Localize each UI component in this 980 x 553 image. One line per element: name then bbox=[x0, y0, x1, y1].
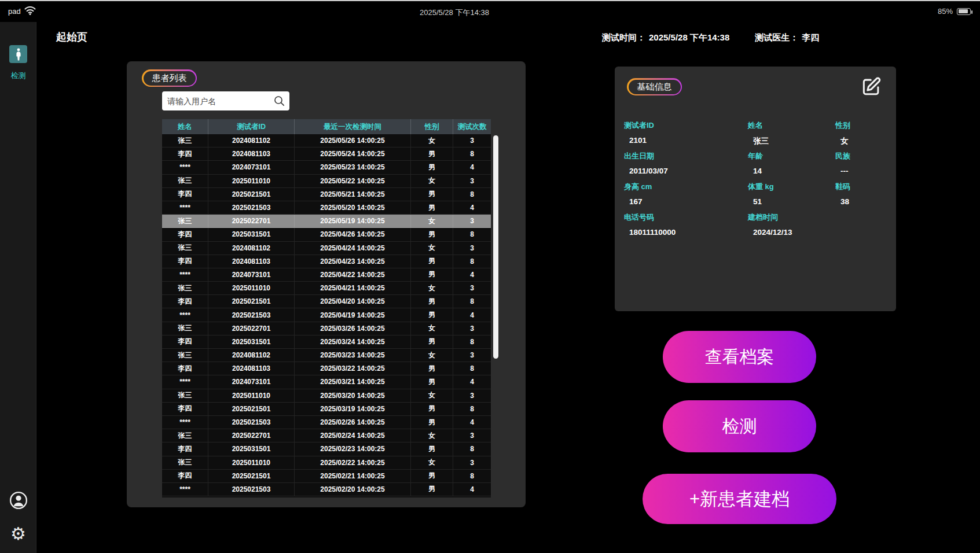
cell-test-count: 3 bbox=[453, 242, 491, 255]
table-row[interactable]: **** 2025021503 2025/05/20 14:00:25 男 4 bbox=[162, 201, 491, 215]
info-field-value: 51 bbox=[753, 197, 835, 206]
table-row[interactable]: 李四 2025031501 2025/02/23 14:00:25 男 8 bbox=[162, 443, 491, 456]
cell-test-count: 8 bbox=[453, 443, 491, 455]
cell-test-count: 8 bbox=[453, 295, 491, 308]
table-row[interactable]: 李四 2024081103 2025/05/24 14:00:25 男 8 bbox=[162, 148, 491, 161]
cell-name: 张三 bbox=[162, 242, 208, 255]
cell-last-test-time: 2025/05/24 14:00:25 bbox=[295, 148, 411, 160]
cell-gender: 男 bbox=[411, 308, 453, 321]
info-field-label: 年龄 bbox=[748, 151, 835, 161]
cell-test-count: 4 bbox=[453, 201, 491, 214]
new-patient-button[interactable]: +新患者建档 bbox=[643, 474, 836, 524]
wifi-icon bbox=[24, 6, 36, 17]
cell-name: **** bbox=[162, 375, 208, 388]
cell-last-test-time: 2025/03/23 14:00:25 bbox=[295, 349, 411, 362]
cell-tester-id: 2025021503 bbox=[208, 416, 295, 429]
info-field-label: 民族 bbox=[835, 151, 890, 161]
cell-tester-id: 2025021501 bbox=[208, 295, 295, 308]
table-row[interactable]: **** 2025021503 2025/04/19 14:00:25 男 4 bbox=[162, 308, 491, 322]
table-row[interactable]: 张三 2025022701 2025/03/26 14:00:25 女 3 bbox=[162, 322, 491, 336]
cell-tester-id: 2025022701 bbox=[208, 215, 295, 227]
cell-name: 李四 bbox=[162, 295, 208, 308]
table-row[interactable]: **** 2024073101 2025/03/21 14:00:25 男 4 bbox=[162, 375, 491, 389]
table-row[interactable]: 张三 2024081102 2025/03/23 14:00:25 女 3 bbox=[162, 349, 491, 362]
info-field-label: 身高 cm bbox=[624, 182, 748, 192]
page-title: 起始页 bbox=[56, 30, 87, 44]
cell-name: 李四 bbox=[162, 362, 208, 375]
status-clock: 2025/5/28 下午14:38 bbox=[382, 8, 527, 18]
settings-gear-icon[interactable]: ⚙ bbox=[10, 525, 26, 543]
user-avatar-icon[interactable] bbox=[9, 491, 28, 512]
cell-gender: 男 bbox=[411, 336, 453, 348]
search-icon[interactable] bbox=[273, 95, 285, 109]
patient-list-title-pill: 患者列表 bbox=[142, 69, 197, 87]
table-row[interactable]: **** 2024073101 2025/04/22 14:00:25 男 4 bbox=[162, 268, 491, 282]
search-input[interactable] bbox=[162, 91, 272, 110]
cell-last-test-time: 2025/03/19 14:00:25 bbox=[295, 403, 411, 415]
cell-last-test-time: 2025/05/21 14:00:25 bbox=[295, 188, 411, 201]
table-row[interactable]: 李四 2025031501 2025/04/26 14:00:25 男 8 bbox=[162, 228, 491, 241]
cell-test-count: 8 bbox=[453, 188, 491, 201]
info-field-value: 167 bbox=[629, 197, 748, 206]
cell-tester-id: 2025021503 bbox=[208, 308, 295, 321]
cell-tester-id: 2024081103 bbox=[208, 148, 295, 160]
cell-test-count: 8 bbox=[453, 148, 491, 160]
cell-tester-id: 2025022701 bbox=[208, 429, 295, 442]
cell-last-test-time: 2025/05/19 14:00:25 bbox=[295, 215, 411, 227]
cell-last-test-time: 2025/03/22 14:00:25 bbox=[295, 362, 411, 375]
table-row[interactable]: 李四 2025021501 2025/05/21 14:00:25 男 8 bbox=[162, 188, 491, 201]
cell-name: 李四 bbox=[162, 255, 208, 268]
cell-tester-id: 2025022701 bbox=[208, 322, 295, 335]
table-row[interactable]: 张三 2025011010 2025/04/21 14:00:25 女 3 bbox=[162, 282, 491, 295]
table-row[interactable]: 张三 2025011010 2025/02/22 14:00:25 女 3 bbox=[162, 456, 491, 470]
table-scrollbar-thumb[interactable] bbox=[493, 135, 498, 359]
view-archive-button[interactable]: 查看档案 bbox=[663, 331, 816, 383]
table-row[interactable]: **** 2024073101 2025/05/23 14:00:25 男 4 bbox=[162, 161, 491, 174]
cell-tester-id: 2024081103 bbox=[208, 362, 295, 375]
cell-last-test-time: 2025/05/23 14:00:25 bbox=[295, 161, 411, 174]
table-row[interactable]: 张三 2025011010 2025/05/22 14:00:25 女 3 bbox=[162, 175, 491, 188]
doctor-label: 测试医生： bbox=[755, 32, 798, 43]
cell-name: 李四 bbox=[162, 443, 208, 455]
cell-gender: 女 bbox=[411, 242, 453, 255]
table-row[interactable]: 张三 2025022701 2025/02/24 14:00:25 女 3 bbox=[162, 429, 491, 443]
cell-test-count: 8 bbox=[453, 403, 491, 415]
info-field-label: 姓名 bbox=[748, 120, 835, 131]
table-row[interactable]: **** 2025021503 2025/02/20 14:00:25 男 4 bbox=[162, 483, 491, 496]
cell-name: **** bbox=[162, 201, 208, 214]
table-row[interactable]: 李四 2025031501 2025/03/24 14:00:25 男 8 bbox=[162, 336, 491, 349]
cell-gender: 男 bbox=[411, 375, 453, 388]
table-row[interactable]: 张三 2025022701 2025/05/19 14:00:25 女 3 bbox=[162, 215, 491, 228]
cell-last-test-time: 2025/03/26 14:00:25 bbox=[295, 322, 411, 335]
doctor-value: 李四 bbox=[802, 32, 819, 43]
table-row[interactable]: 李四 2024081103 2025/04/23 14:00:25 男 8 bbox=[162, 255, 491, 268]
cell-gender: 女 bbox=[411, 389, 453, 402]
column-header: 测试次数 bbox=[453, 119, 491, 134]
table-row[interactable]: 张三 2024081102 2025/04/24 14:00:25 女 3 bbox=[162, 242, 491, 255]
device-label: pad bbox=[8, 7, 21, 16]
info-field: 建档时间 2024/12/13 bbox=[748, 212, 835, 243]
table-row[interactable]: **** 2025021503 2025/02/26 14:00:25 男 4 bbox=[162, 416, 491, 429]
table-row[interactable]: 李四 2025021501 2025/04/20 14:00:25 男 8 bbox=[162, 295, 491, 308]
cell-name: 张三 bbox=[162, 429, 208, 442]
sidebar-item-detect[interactable]: 检测 bbox=[0, 45, 36, 81]
cell-test-count: 4 bbox=[453, 268, 491, 281]
cell-tester-id: 2025021501 bbox=[208, 403, 295, 415]
cell-last-test-time: 2025/05/26 14:00:25 bbox=[295, 134, 411, 147]
cell-name: 张三 bbox=[162, 389, 208, 402]
table-row[interactable]: 张三 2024081102 2025/05/26 14:00:25 女 3 bbox=[162, 134, 491, 148]
detect-button[interactable]: 检测 bbox=[663, 400, 816, 452]
cell-test-count: 8 bbox=[453, 228, 491, 241]
edit-record-button[interactable] bbox=[860, 75, 883, 98]
cell-last-test-time: 2025/03/24 14:00:25 bbox=[295, 336, 411, 348]
battery-percent: 85% bbox=[938, 7, 953, 16]
table-row[interactable]: 李四 2025021501 2025/03/19 14:00:25 男 8 bbox=[162, 403, 491, 416]
info-field-value: 14 bbox=[753, 167, 835, 175]
cell-name: 张三 bbox=[162, 134, 208, 147]
table-row[interactable]: 张三 2025011010 2025/03/20 14:00:25 女 3 bbox=[162, 389, 491, 403]
patient-list-panel: 患者列表 姓名测试者ID最近一次检测时间性别测试次数 张三 2024081102… bbox=[127, 61, 526, 507]
table-row[interactable]: 李四 2025021501 2025/02/21 14:00:25 男 8 bbox=[162, 470, 491, 483]
info-field: 电话号码 18011110000 bbox=[624, 212, 748, 243]
cell-gender: 男 bbox=[411, 295, 453, 308]
table-row[interactable]: 李四 2024081103 2025/03/22 14:00:25 男 8 bbox=[162, 362, 491, 375]
